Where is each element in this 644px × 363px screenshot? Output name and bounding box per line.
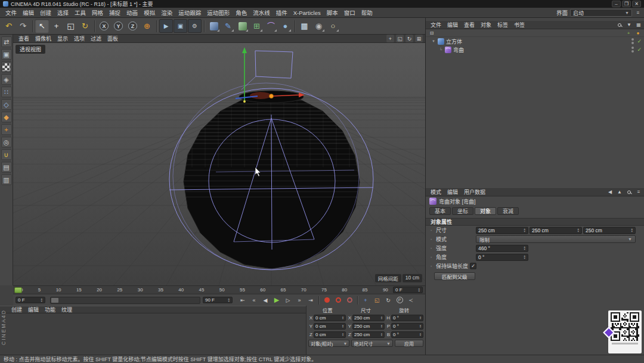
coordinate-size-dropdown[interactable]: 绝对尺寸 ▼ [351,340,392,347]
visibility-dots[interactable] [631,47,634,53]
mode-dropdown[interactable]: 限制 ▼ [476,235,636,243]
scene-root-icon[interactable]: ⊟ [428,29,435,36]
rotation-b-field[interactable]: 0 °▲▼ [391,331,423,338]
menu-item-5[interactable]: 网格 [89,8,106,17]
menu-item-0[interactable]: 文件 [2,8,20,17]
rotation-h-field[interactable]: 0 °▲▼ [391,315,423,321]
move-icon[interactable]: + [49,19,63,33]
keyframe-dot[interactable]: ◦ [431,246,434,250]
viewport-canvas[interactable]: 透视视图 网格间距 10 cm [13,43,425,285]
pen-spline-icon[interactable]: ✎ [221,19,235,33]
attribute-manager-menu-item-0[interactable]: 模式 [428,188,444,196]
attribute-manager-menu-item-2[interactable]: 用户数据 [461,188,488,196]
menu-item-16[interactable]: 脚本 [324,8,341,17]
spinner-icon[interactable]: ▲▼ [417,324,422,328]
menu-item-11[interactable]: 运动图形 [204,8,233,17]
axis-gizmo[interactable] [236,47,305,103]
previous-key-button[interactable]: « [249,296,259,305]
spinner-icon[interactable]: ▲▼ [416,288,420,293]
size-z-field[interactable]: 250 cm▲▼ [352,331,385,338]
spinner-icon[interactable]: ▲▼ [39,298,43,303]
keyframe-dot[interactable]: ◦ [431,237,434,241]
zoom-view-icon[interactable]: ◱ [396,35,404,42]
record-position-toggle[interactable]: + [360,296,371,305]
y-axis-lock[interactable]: Y [112,19,125,33]
object-row-cube[interactable]: ▾立方体✓ [426,37,644,45]
make-editable-icon[interactable]: ⇄ [1,36,12,47]
layer-color-icon[interactable]: ● [634,29,642,36]
layer-add-icon[interactable]: + [625,29,632,36]
viewport-menu-item-2[interactable]: 显示 [54,35,71,42]
spinner-icon[interactable]: ▲▼ [522,246,526,251]
object-row-bend[interactable]: └⌒弯曲✓ [426,45,644,54]
menu-item-15[interactable]: X-Particles [290,10,324,16]
spinner-icon[interactable]: ▲▼ [379,333,383,337]
menu-item-3[interactable]: 选择 [54,8,72,17]
lock-icon[interactable]: ▲ [616,189,623,196]
keyframe-selection-button[interactable] [344,296,355,305]
menu-item-18[interactable]: 帮助 [358,8,376,17]
camera-icon[interactable]: ◉ [312,19,326,33]
enabled-check-icon[interactable]: ✓ [637,47,642,53]
minimize-button[interactable]: – [612,1,621,7]
position-x-field[interactable]: 0 cm▲▼ [314,315,346,321]
points-mode-icon[interactable]: ∷ [1,87,12,97]
object-manager-menu-item-2[interactable]: 查看 [461,21,478,29]
keep-length-checkbox[interactable]: ✓ [470,263,476,269]
maximize-button[interactable]: ❐ [622,1,631,7]
record-rotation-toggle[interactable]: ↻ [383,296,394,305]
spinner-icon[interactable]: ▲▼ [340,316,344,320]
layout-preset-dropdown[interactable]: 启动 ▼ [570,9,632,17]
autokeying-button[interactable] [333,296,343,305]
model-mode-icon[interactable]: ▣ [1,49,12,60]
live-selection-icon[interactable]: ↖ [35,19,49,33]
timeline-ruler[interactable]: 051015202530354045505560657075808590 0 F… [13,285,425,294]
attribute-tab-0[interactable]: 基本 [429,207,451,215]
array-generator-icon[interactable]: ⊞ [250,19,264,33]
viewport[interactable]: 查看摄像机显示选项过滤面板 +◱↻⊞ [13,35,425,285]
size-y-field[interactable]: 250 cm▲▼ [352,323,385,330]
menu-item-12[interactable]: 角色 [233,8,250,17]
subdivision-surface-icon[interactable] [236,19,249,33]
menu-item-6[interactable]: 捕捉 [106,8,123,17]
search-icon[interactable] [616,21,623,29]
spinner-icon[interactable]: ▲▼ [575,228,580,233]
rotate-icon[interactable]: ↻ [78,19,92,33]
light-icon[interactable]: ○ [326,19,340,33]
object-label[interactable]: 立方体 [446,38,462,45]
spinner-icon[interactable]: ▲▼ [226,298,230,303]
strength-field[interactable]: 460 °▲▼ [476,245,528,252]
attribute-tab-1[interactable]: 坐标 [452,207,473,215]
range-start-field[interactable]: 0 F ▲▼ [16,297,45,303]
z-axis-lock[interactable]: Z [126,19,140,33]
object-manager-menu-item-3[interactable]: 对象 [478,21,494,29]
object-label[interactable]: 弯曲 [453,46,464,54]
size-y-field[interactable]: 250 cm▲▼ [530,227,582,234]
menu-item-2[interactable]: 创建 [37,8,54,17]
search-icon[interactable] [626,189,633,196]
spinner-icon[interactable]: ▲▼ [340,333,344,337]
render-view-icon[interactable]: ▶ [159,19,173,33]
texture-mode-icon[interactable] [1,61,12,72]
record-scale-toggle[interactable]: ◱ [371,296,382,305]
enable-snap-icon[interactable]: ∪ [1,149,12,160]
enable-axis-icon[interactable]: + [1,124,12,135]
viewport-menu-item-3[interactable]: 选项 [71,35,88,42]
keyframe-dot[interactable]: ◦ [431,255,434,259]
lock-workplane-icon[interactable]: ▥ [1,174,12,185]
attribute-manager-menu-item-1[interactable]: 编辑 [444,188,461,196]
spinner-icon[interactable]: ▲▼ [379,324,383,328]
rotation-p-field[interactable]: 0 °▲▼ [391,323,423,330]
material-menu-item-1[interactable]: 编辑 [25,306,42,313]
toggle-views-icon[interactable]: ⊞ [415,35,423,42]
spinner-icon[interactable]: ▲▼ [522,228,526,233]
spinner-icon[interactable]: ▲▼ [417,333,422,337]
goto-end-button[interactable]: ⇥ [305,296,316,305]
size-x-field[interactable]: 250 cm▲▼ [476,227,528,234]
size-z-field[interactable]: 250 cm▲▼ [583,227,636,234]
rotate-view-icon[interactable]: ↻ [405,35,413,42]
viewport-menu-item-1[interactable]: 摄像机 [32,35,54,42]
menu-item-17[interactable]: 窗口 [341,8,358,17]
expand-icon[interactable]: ▾ [431,39,436,44]
menu-item-4[interactable]: 工具 [72,8,89,17]
